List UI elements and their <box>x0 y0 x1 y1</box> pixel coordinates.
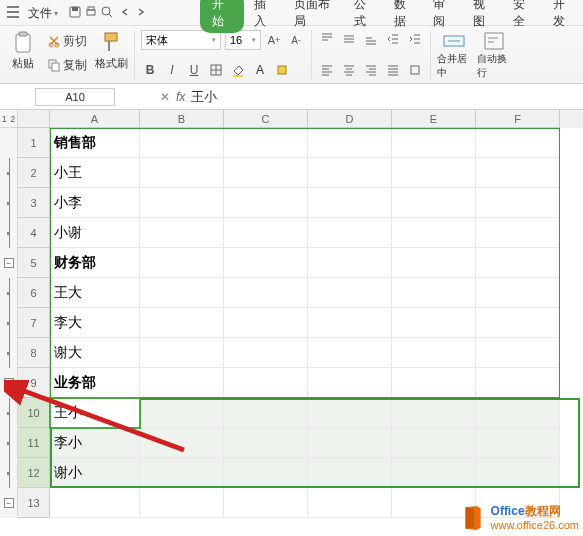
cell-A6[interactable]: 王大 <box>50 278 140 308</box>
outline-collapse-5[interactable]: − <box>4 258 14 268</box>
cell-A3[interactable]: 小李 <box>50 188 140 218</box>
highlight-button[interactable] <box>273 61 291 79</box>
cell-B12[interactable] <box>140 458 224 488</box>
row-header-1[interactable]: 1 <box>18 128 50 158</box>
cell-D12[interactable] <box>308 458 392 488</box>
tab-security[interactable]: 安全 <box>503 0 543 34</box>
cell-E9[interactable] <box>392 368 476 398</box>
cell-A13[interactable] <box>50 488 140 518</box>
row-header-5[interactable]: 5 <box>18 248 50 278</box>
cell-E12[interactable] <box>392 458 476 488</box>
formula-input[interactable] <box>191 89 491 104</box>
cell-D11[interactable] <box>308 428 392 458</box>
cell-E3[interactable] <box>392 188 476 218</box>
cell-D13[interactable] <box>308 488 392 518</box>
outline-level-2[interactable]: 2 <box>9 114 18 124</box>
fill-color-button[interactable] <box>229 61 247 79</box>
cell-B4[interactable] <box>140 218 224 248</box>
cell-D5[interactable] <box>308 248 392 278</box>
cell-D1[interactable] <box>308 128 392 158</box>
cell-E6[interactable] <box>392 278 476 308</box>
cell-D2[interactable] <box>308 158 392 188</box>
tab-dev[interactable]: 开发 <box>543 0 583 34</box>
cell-E4[interactable] <box>392 218 476 248</box>
cell-F2[interactable] <box>476 158 560 188</box>
font-name-select[interactable]: 宋体▾ <box>141 30 221 50</box>
row-header-10[interactable]: 10 <box>18 398 50 428</box>
format-painter-button[interactable]: 格式刷 <box>94 30 128 76</box>
cell-F1[interactable] <box>476 128 560 158</box>
cell-B8[interactable] <box>140 338 224 368</box>
cell-F8[interactable] <box>476 338 560 368</box>
cell-B7[interactable] <box>140 308 224 338</box>
tab-insert[interactable]: 插入 <box>244 0 284 34</box>
cell-A2[interactable]: 小王 <box>50 158 140 188</box>
cancel-icon[interactable]: ✕ <box>160 90 170 104</box>
cell-D9[interactable] <box>308 368 392 398</box>
col-header-c[interactable]: C <box>224 110 308 128</box>
col-header-b[interactable]: B <box>140 110 224 128</box>
cell-E1[interactable] <box>392 128 476 158</box>
cell-F11[interactable] <box>476 428 560 458</box>
row-header-7[interactable]: 7 <box>18 308 50 338</box>
align-left-icon[interactable] <box>318 61 336 79</box>
cell-E11[interactable] <box>392 428 476 458</box>
row-header-3[interactable]: 3 <box>18 188 50 218</box>
cell-A7[interactable]: 李大 <box>50 308 140 338</box>
cell-A5[interactable]: 财务部 <box>50 248 140 278</box>
cell-F6[interactable] <box>476 278 560 308</box>
row-header-6[interactable]: 6 <box>18 278 50 308</box>
copy-button[interactable]: 复制 <box>44 54 90 76</box>
cell-C1[interactable] <box>224 128 308 158</box>
auto-wrap-button[interactable]: 自动换行 <box>477 30 511 80</box>
cell-D10[interactable] <box>308 398 392 428</box>
cell-A1[interactable]: 销售部 <box>50 128 140 158</box>
cut-button[interactable]: 剪切 <box>44 30 90 52</box>
cell-F7[interactable] <box>476 308 560 338</box>
cell-F12[interactable] <box>476 458 560 488</box>
fx-icon[interactable]: fx <box>176 90 185 104</box>
undo-icon[interactable] <box>118 5 132 22</box>
align-right-icon[interactable] <box>362 61 380 79</box>
cell-D4[interactable] <box>308 218 392 248</box>
menu-icon[interactable] <box>6 5 20 22</box>
cell-C10[interactable] <box>224 398 308 428</box>
cell-B5[interactable] <box>140 248 224 278</box>
cell-C12[interactable] <box>224 458 308 488</box>
cell-E10[interactable] <box>392 398 476 428</box>
print-icon[interactable] <box>84 5 98 22</box>
cell-B6[interactable] <box>140 278 224 308</box>
row-header-4[interactable]: 4 <box>18 218 50 248</box>
cell-E7[interactable] <box>392 308 476 338</box>
row-header-13[interactable]: 13 <box>18 488 50 518</box>
col-header-a[interactable]: A <box>50 110 140 128</box>
col-header-e[interactable]: E <box>392 110 476 128</box>
cell-B13[interactable] <box>140 488 224 518</box>
name-box[interactable]: A10 <box>35 88 115 106</box>
cell-C2[interactable] <box>224 158 308 188</box>
cell-E2[interactable] <box>392 158 476 188</box>
row-header-2[interactable]: 2 <box>18 158 50 188</box>
outline-collapse-9[interactable]: − <box>4 378 14 388</box>
cell-D8[interactable] <box>308 338 392 368</box>
col-header-f[interactable]: F <box>476 110 560 128</box>
cell-B1[interactable] <box>140 128 224 158</box>
tab-view[interactable]: 视图 <box>463 0 503 34</box>
orientation-icon[interactable] <box>406 61 424 79</box>
bold-button[interactable]: B <box>141 61 159 79</box>
cell-B3[interactable] <box>140 188 224 218</box>
cell-A8[interactable]: 谢大 <box>50 338 140 368</box>
row-header-11[interactable]: 11 <box>18 428 50 458</box>
border-button[interactable] <box>207 61 225 79</box>
underline-button[interactable]: U <box>185 61 203 79</box>
redo-icon[interactable] <box>134 5 148 22</box>
cell-B9[interactable] <box>140 368 224 398</box>
cell-C13[interactable] <box>224 488 308 518</box>
cell-F4[interactable] <box>476 218 560 248</box>
cell-C8[interactable] <box>224 338 308 368</box>
tab-formula[interactable]: 公式 <box>344 0 384 34</box>
cell-D7[interactable] <box>308 308 392 338</box>
cell-A4[interactable]: 小谢 <box>50 218 140 248</box>
font-color-button[interactable]: A <box>251 61 269 79</box>
outline-collapse-13[interactable]: − <box>4 498 14 508</box>
